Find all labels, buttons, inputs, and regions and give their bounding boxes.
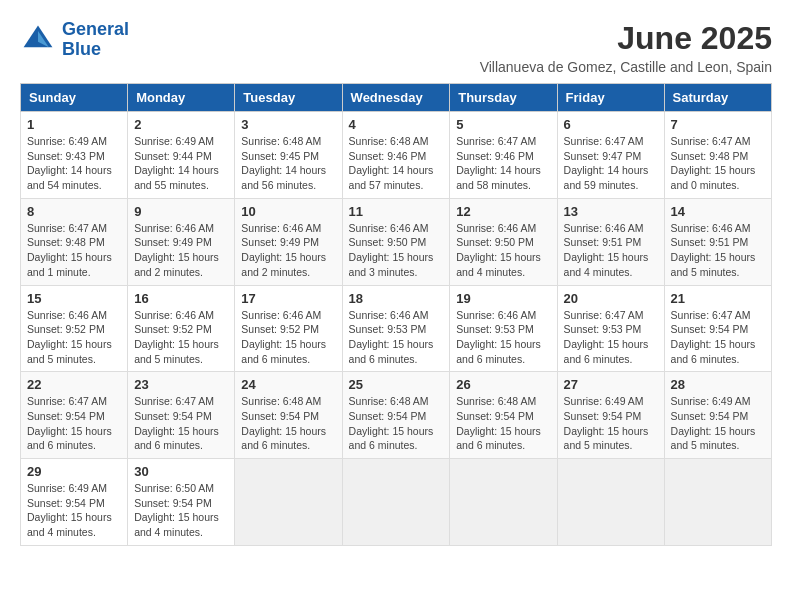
day-info: Sunrise: 6:47 AM Sunset: 9:54 PM Dayligh… (134, 394, 228, 453)
day-number: 14 (671, 204, 765, 219)
calendar-day-cell: 2Sunrise: 6:49 AM Sunset: 9:44 PM Daylig… (128, 112, 235, 199)
calendar-day-cell: 3Sunrise: 6:48 AM Sunset: 9:45 PM Daylig… (235, 112, 342, 199)
day-number: 16 (134, 291, 228, 306)
calendar-day-cell: 1Sunrise: 6:49 AM Sunset: 9:43 PM Daylig… (21, 112, 128, 199)
title-block: June 2025 Villanueva de Gomez, Castille … (480, 20, 772, 75)
location-subtitle: Villanueva de Gomez, Castille and Leon, … (480, 59, 772, 75)
weekday-header: Thursday (450, 84, 557, 112)
calendar-day-cell (664, 459, 771, 546)
weekday-header: Friday (557, 84, 664, 112)
day-info: Sunrise: 6:47 AM Sunset: 9:53 PM Dayligh… (564, 308, 658, 367)
day-number: 25 (349, 377, 444, 392)
calendar-day-cell: 19Sunrise: 6:46 AM Sunset: 9:53 PM Dayli… (450, 285, 557, 372)
day-number: 4 (349, 117, 444, 132)
logo: General Blue (20, 20, 129, 60)
day-info: Sunrise: 6:48 AM Sunset: 9:54 PM Dayligh… (456, 394, 550, 453)
day-info: Sunrise: 6:46 AM Sunset: 9:49 PM Dayligh… (241, 221, 335, 280)
calendar-body: 1Sunrise: 6:49 AM Sunset: 9:43 PM Daylig… (21, 112, 772, 546)
day-info: Sunrise: 6:46 AM Sunset: 9:50 PM Dayligh… (349, 221, 444, 280)
day-number: 30 (134, 464, 228, 479)
day-info: Sunrise: 6:47 AM Sunset: 9:46 PM Dayligh… (456, 134, 550, 193)
day-info: Sunrise: 6:49 AM Sunset: 9:43 PM Dayligh… (27, 134, 121, 193)
day-number: 1 (27, 117, 121, 132)
day-info: Sunrise: 6:47 AM Sunset: 9:47 PM Dayligh… (564, 134, 658, 193)
calendar-day-cell: 10Sunrise: 6:46 AM Sunset: 9:49 PM Dayli… (235, 198, 342, 285)
day-info: Sunrise: 6:47 AM Sunset: 9:48 PM Dayligh… (27, 221, 121, 280)
calendar-day-cell: 12Sunrise: 6:46 AM Sunset: 9:50 PM Dayli… (450, 198, 557, 285)
calendar-day-cell: 28Sunrise: 6:49 AM Sunset: 9:54 PM Dayli… (664, 372, 771, 459)
logo-text: General Blue (62, 20, 129, 60)
day-info: Sunrise: 6:48 AM Sunset: 9:46 PM Dayligh… (349, 134, 444, 193)
calendar-day-cell: 17Sunrise: 6:46 AM Sunset: 9:52 PM Dayli… (235, 285, 342, 372)
calendar-day-cell: 18Sunrise: 6:46 AM Sunset: 9:53 PM Dayli… (342, 285, 450, 372)
calendar-day-cell (557, 459, 664, 546)
day-number: 19 (456, 291, 550, 306)
day-number: 12 (456, 204, 550, 219)
calendar-header: SundayMondayTuesdayWednesdayThursdayFrid… (21, 84, 772, 112)
day-number: 15 (27, 291, 121, 306)
day-info: Sunrise: 6:48 AM Sunset: 9:45 PM Dayligh… (241, 134, 335, 193)
day-number: 5 (456, 117, 550, 132)
day-number: 8 (27, 204, 121, 219)
day-info: Sunrise: 6:49 AM Sunset: 9:54 PM Dayligh… (671, 394, 765, 453)
day-number: 6 (564, 117, 658, 132)
day-number: 2 (134, 117, 228, 132)
day-number: 13 (564, 204, 658, 219)
day-number: 7 (671, 117, 765, 132)
calendar-day-cell: 14Sunrise: 6:46 AM Sunset: 9:51 PM Dayli… (664, 198, 771, 285)
page-header: General Blue June 2025 Villanueva de Gom… (20, 20, 772, 75)
day-info: Sunrise: 6:46 AM Sunset: 9:53 PM Dayligh… (456, 308, 550, 367)
day-number: 29 (27, 464, 121, 479)
calendar-day-cell: 29Sunrise: 6:49 AM Sunset: 9:54 PM Dayli… (21, 459, 128, 546)
weekday-header: Tuesday (235, 84, 342, 112)
calendar-week-row: 15Sunrise: 6:46 AM Sunset: 9:52 PM Dayli… (21, 285, 772, 372)
day-info: Sunrise: 6:48 AM Sunset: 9:54 PM Dayligh… (241, 394, 335, 453)
day-number: 20 (564, 291, 658, 306)
day-number: 22 (27, 377, 121, 392)
calendar-week-row: 22Sunrise: 6:47 AM Sunset: 9:54 PM Dayli… (21, 372, 772, 459)
month-year-title: June 2025 (480, 20, 772, 57)
calendar-day-cell: 4Sunrise: 6:48 AM Sunset: 9:46 PM Daylig… (342, 112, 450, 199)
day-info: Sunrise: 6:46 AM Sunset: 9:50 PM Dayligh… (456, 221, 550, 280)
calendar-day-cell: 11Sunrise: 6:46 AM Sunset: 9:50 PM Dayli… (342, 198, 450, 285)
calendar-day-cell: 15Sunrise: 6:46 AM Sunset: 9:52 PM Dayli… (21, 285, 128, 372)
calendar-day-cell: 13Sunrise: 6:46 AM Sunset: 9:51 PM Dayli… (557, 198, 664, 285)
day-info: Sunrise: 6:50 AM Sunset: 9:54 PM Dayligh… (134, 481, 228, 540)
day-info: Sunrise: 6:46 AM Sunset: 9:52 PM Dayligh… (134, 308, 228, 367)
day-info: Sunrise: 6:46 AM Sunset: 9:52 PM Dayligh… (27, 308, 121, 367)
calendar-day-cell: 6Sunrise: 6:47 AM Sunset: 9:47 PM Daylig… (557, 112, 664, 199)
day-info: Sunrise: 6:49 AM Sunset: 9:54 PM Dayligh… (564, 394, 658, 453)
calendar-day-cell: 5Sunrise: 6:47 AM Sunset: 9:46 PM Daylig… (450, 112, 557, 199)
calendar-day-cell (342, 459, 450, 546)
logo-icon (20, 22, 56, 58)
calendar-week-row: 1Sunrise: 6:49 AM Sunset: 9:43 PM Daylig… (21, 112, 772, 199)
day-info: Sunrise: 6:47 AM Sunset: 9:54 PM Dayligh… (27, 394, 121, 453)
day-number: 17 (241, 291, 335, 306)
calendar-day-cell (450, 459, 557, 546)
calendar-day-cell: 8Sunrise: 6:47 AM Sunset: 9:48 PM Daylig… (21, 198, 128, 285)
calendar-week-row: 29Sunrise: 6:49 AM Sunset: 9:54 PM Dayli… (21, 459, 772, 546)
day-info: Sunrise: 6:49 AM Sunset: 9:44 PM Dayligh… (134, 134, 228, 193)
day-info: Sunrise: 6:47 AM Sunset: 9:54 PM Dayligh… (671, 308, 765, 367)
day-number: 21 (671, 291, 765, 306)
weekday-header: Sunday (21, 84, 128, 112)
day-info: Sunrise: 6:46 AM Sunset: 9:53 PM Dayligh… (349, 308, 444, 367)
weekday-header: Wednesday (342, 84, 450, 112)
weekday-header: Monday (128, 84, 235, 112)
day-number: 28 (671, 377, 765, 392)
day-info: Sunrise: 6:46 AM Sunset: 9:52 PM Dayligh… (241, 308, 335, 367)
day-number: 26 (456, 377, 550, 392)
day-info: Sunrise: 6:46 AM Sunset: 9:49 PM Dayligh… (134, 221, 228, 280)
day-info: Sunrise: 6:49 AM Sunset: 9:54 PM Dayligh… (27, 481, 121, 540)
calendar-week-row: 8Sunrise: 6:47 AM Sunset: 9:48 PM Daylig… (21, 198, 772, 285)
day-number: 10 (241, 204, 335, 219)
calendar-day-cell: 24Sunrise: 6:48 AM Sunset: 9:54 PM Dayli… (235, 372, 342, 459)
calendar-day-cell: 25Sunrise: 6:48 AM Sunset: 9:54 PM Dayli… (342, 372, 450, 459)
calendar-day-cell: 23Sunrise: 6:47 AM Sunset: 9:54 PM Dayli… (128, 372, 235, 459)
day-number: 3 (241, 117, 335, 132)
day-number: 18 (349, 291, 444, 306)
weekday-header-row: SundayMondayTuesdayWednesdayThursdayFrid… (21, 84, 772, 112)
day-number: 11 (349, 204, 444, 219)
day-info: Sunrise: 6:46 AM Sunset: 9:51 PM Dayligh… (564, 221, 658, 280)
calendar-day-cell: 26Sunrise: 6:48 AM Sunset: 9:54 PM Dayli… (450, 372, 557, 459)
